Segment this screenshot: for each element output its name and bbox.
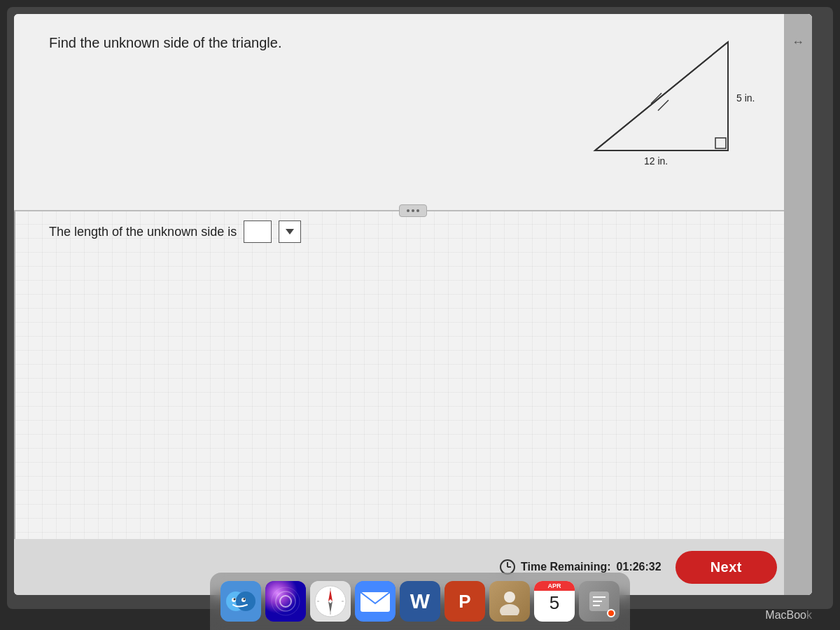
resize-icon[interactable]: ↔	[792, 35, 804, 50]
svg-point-13	[244, 598, 246, 601]
calendar-month: APR	[534, 581, 575, 591]
dots-button[interactable]	[399, 204, 427, 217]
dock-word[interactable]: W	[400, 581, 440, 622]
unit-dropdown[interactable]	[279, 220, 301, 243]
dock-finder[interactable]	[220, 581, 261, 622]
svg-rect-1	[715, 138, 726, 148]
dock-powerpoint[interactable]: P	[444, 581, 485, 622]
ppt-icon-label: P	[458, 591, 470, 612]
dock-calendar[interactable]: APR 5	[534, 581, 575, 622]
dock: W P APR 5	[210, 573, 630, 630]
main-screen: Find the unknown side of the triangle. 5…	[14, 14, 812, 595]
svg-line-4	[658, 100, 668, 111]
answer-label: The length of the unknown side is	[49, 225, 237, 239]
svg-text:12 in.: 12 in.	[644, 155, 668, 167]
svg-point-30	[500, 604, 519, 615]
macbook-label: MacBook	[765, 609, 812, 622]
calendar-day: 5	[550, 592, 559, 614]
dropdown-arrow-icon	[286, 229, 294, 234]
dock-safari[interactable]	[310, 581, 351, 622]
timer-label: Time Remaining:	[521, 561, 611, 573]
notification-dot	[607, 609, 615, 617]
svg-point-29	[504, 592, 515, 603]
svg-point-9	[236, 592, 255, 611]
answer-section: The length of the unknown side is	[49, 220, 301, 243]
dock-notification-app[interactable]	[579, 581, 620, 622]
word-icon-label: W	[410, 589, 430, 613]
svg-line-2	[595, 42, 728, 150]
right-panel: ↔	[784, 14, 812, 595]
dock-siri[interactable]	[265, 581, 306, 622]
timer-value: 01:26:32	[617, 561, 662, 573]
dock-contacts[interactable]	[489, 581, 530, 622]
svg-text:5 in.: 5 in.	[736, 92, 755, 104]
triangle-diagram: 5 in. 12 in.	[560, 28, 756, 168]
answer-input[interactable]	[244, 220, 272, 243]
next-button[interactable]: Next	[676, 551, 777, 584]
svg-point-12	[234, 598, 236, 601]
question-section: Find the unknown side of the triangle. 5…	[14, 14, 812, 210]
dock-mail[interactable]	[355, 581, 396, 622]
